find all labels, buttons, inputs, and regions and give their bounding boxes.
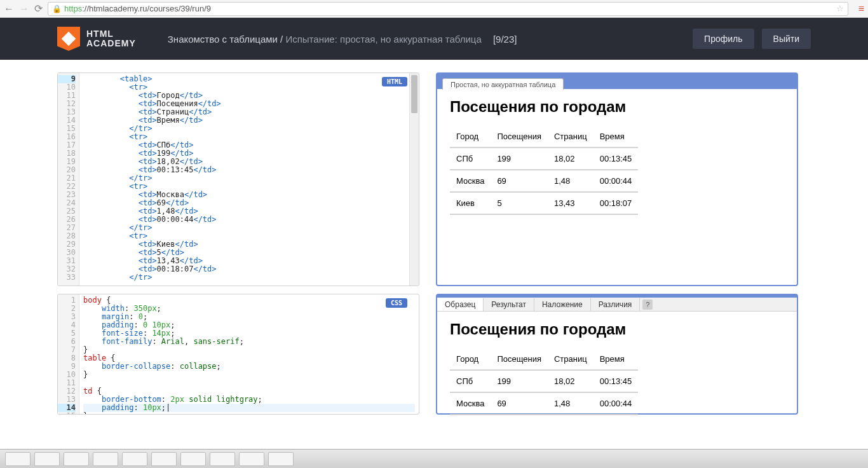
- bookmark-star-icon[interactable]: ☆: [836, 4, 844, 13]
- browser-toolbar: ← → ⟳ 🔒 https ://htmlacademy.ru/courses/…: [0, 0, 868, 18]
- table-header-cell: Город: [450, 348, 491, 370]
- url-path: ://htmlacademy.ru/courses/39/run/9: [82, 4, 211, 13]
- comparison-tab-Наложение[interactable]: Наложение: [534, 298, 591, 311]
- taskbar-item[interactable]: [5, 452, 31, 466]
- logo-text-1: HTML: [86, 29, 136, 39]
- logo-badge-icon: [57, 27, 80, 51]
- hamburger-menu-icon[interactable]: ≡: [858, 3, 864, 15]
- scrollbar-vertical[interactable]: [409, 73, 419, 286]
- table-header-cell: Страниц: [548, 126, 593, 148]
- reference-preview: ОбразецРезультатНаложениеРазличия? Посещ…: [436, 294, 798, 415]
- preview-tab[interactable]: Простая, но аккуратная таблица: [442, 78, 564, 90]
- table-row: Москва691,4800:00:44: [450, 392, 638, 415]
- taskbar-item[interactable]: [210, 452, 235, 466]
- table-row: СПб19918,0200:13:45: [450, 148, 638, 170]
- css-editor[interactable]: CSS 123456789101112131415 body { width: …: [57, 294, 419, 415]
- breadcrumb-course[interactable]: Знакомство с таблицами /: [168, 34, 283, 45]
- reference-heading: Посещения по городам: [450, 320, 784, 338]
- table-header-cell: Время: [593, 348, 639, 370]
- breadcrumb-task: Испытание: простая, но аккуратная таблиц…: [285, 34, 481, 45]
- logo-text-2: ACADEMY: [86, 39, 136, 48]
- taskbar-item[interactable]: [180, 452, 206, 466]
- taskbar-item[interactable]: [239, 452, 264, 466]
- taskbar-item[interactable]: [122, 452, 147, 466]
- url-bar[interactable]: 🔒 https ://htmlacademy.ru/courses/39/run…: [48, 2, 848, 16]
- reload-icon[interactable]: ⟳: [34, 3, 43, 15]
- os-taskbar: [0, 449, 868, 468]
- table-header-cell: Город: [450, 126, 491, 148]
- logo[interactable]: HTML ACADEMY: [57, 27, 136, 51]
- css-gutter: 123456789101112131415: [58, 294, 79, 414]
- reference-body: Посещения по городам ГородПосещенияСтран…: [437, 312, 797, 424]
- html-badge: HTML: [382, 77, 407, 86]
- taskbar-item[interactable]: [64, 452, 89, 466]
- progress-indicator: [9/23]: [493, 34, 517, 45]
- table-header-cell: Посещения: [491, 126, 548, 148]
- taskbar-item[interactable]: [93, 452, 118, 466]
- css-code-area[interactable]: body { width: 350px; margin: 0; padding:…: [79, 294, 419, 414]
- table-row: Москва691,4800:00:44: [450, 170, 638, 192]
- profile-button[interactable]: Профиль: [693, 29, 754, 49]
- preview-header: Простая, но аккуратная таблица: [437, 74, 797, 89]
- comparison-tab-Образец[interactable]: Образец: [437, 298, 484, 311]
- logout-button[interactable]: Выйти: [762, 29, 811, 49]
- comparison-tab-Результат[interactable]: Результат: [484, 298, 534, 311]
- html-code-area[interactable]: <table> <tr> <td>Город</td> <td>Посещени…: [79, 73, 419, 286]
- css-badge: CSS: [386, 298, 407, 308]
- taskbar-item[interactable]: [34, 452, 60, 466]
- table-header-cell: Посещения: [491, 348, 548, 370]
- preview-heading: Посещения по городам: [450, 98, 784, 116]
- url-scheme: https: [64, 4, 82, 13]
- site-header: HTML ACADEMY Знакомство с таблицами / Ис…: [0, 18, 868, 60]
- help-icon[interactable]: ?: [642, 299, 653, 310]
- lock-icon: 🔒: [52, 4, 62, 13]
- table-header-cell: Страниц: [548, 348, 593, 370]
- preview-body: Посещения по городам ГородПосещенияСтран…: [437, 89, 797, 224]
- html-editor[interactable]: HTML 91011121314151617181920212223242526…: [57, 72, 419, 286]
- back-icon[interactable]: ←: [4, 3, 14, 15]
- table-header-cell: Время: [593, 126, 639, 148]
- reference-table: ГородПосещенияСтраницВремяСПб19918,0200:…: [450, 348, 638, 415]
- preview-table: ГородПосещенияСтраницВремяСПб19918,0200:…: [450, 126, 638, 215]
- result-preview: Простая, но аккуратная таблица Посещения…: [436, 72, 798, 286]
- comparison-tab-Различия[interactable]: Различия: [591, 298, 641, 311]
- forward-icon[interactable]: →: [19, 3, 29, 15]
- html-gutter: 9101112131415161718192021222324252627282…: [58, 73, 79, 286]
- breadcrumb: Знакомство с таблицами / Испытание: прос…: [168, 34, 693, 45]
- taskbar-item[interactable]: [151, 452, 177, 466]
- comparison-tabs: ОбразецРезультатНаложениеРазличия?: [437, 298, 797, 312]
- table-row: Киев513,4300:18:07: [450, 192, 638, 214]
- taskbar-item[interactable]: [268, 452, 294, 466]
- table-row: СПб19918,0200:13:45: [450, 370, 638, 392]
